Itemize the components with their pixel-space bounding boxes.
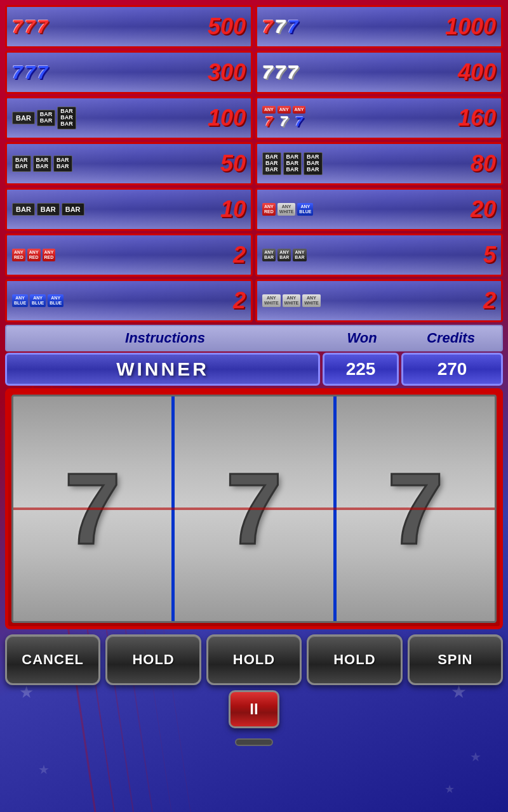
pay-row-4-left: BARBAR BARBAR BARBAR 50 bbox=[5, 142, 253, 185]
svg-text:★: ★ bbox=[470, 750, 481, 764]
bar-badge: BARBARBAR bbox=[283, 152, 302, 175]
symbol-7-blue: 7 bbox=[287, 16, 298, 37]
svg-text:★: ★ bbox=[38, 763, 50, 776]
any-badge: ANY bbox=[262, 106, 276, 114]
pay-symbols: BARBARBAR BARBARBAR BARBARBAR bbox=[262, 152, 323, 175]
pay-value: 2 bbox=[233, 242, 246, 268]
pay-value: 20 bbox=[471, 196, 496, 223]
paytable: 7 7 7 500 7 7 7 1000 7 7 7 300 bbox=[5, 5, 503, 322]
reels-container: 7 7 7 bbox=[11, 395, 497, 623]
winner-text: WINNER bbox=[116, 358, 209, 380]
pay-symbols: 7 7 7 bbox=[12, 16, 48, 37]
pay-row-3-right: ANY 7 ANY 7 ANY 7 160 bbox=[255, 96, 503, 140]
bar-badge: BAR bbox=[12, 112, 35, 124]
controls: CANCEL HOLD HOLD HOLD SPIN bbox=[5, 634, 503, 685]
payline bbox=[13, 508, 495, 510]
bar-badge: BARBARBAR bbox=[304, 152, 323, 175]
symbol-7-red: 7 bbox=[12, 16, 23, 37]
pay-symbols: ANYRED ANYRED ANYRED bbox=[12, 249, 55, 261]
svg-text:★: ★ bbox=[444, 783, 455, 796]
any-badge-bar: ANYBAR bbox=[293, 249, 306, 261]
spin-button[interactable]: SPIN bbox=[408, 634, 503, 685]
pause-button[interactable]: II bbox=[229, 690, 279, 728]
pay-symbols: 7 7 7 bbox=[262, 16, 298, 37]
pay-row-2-right: 7 7 7 400 bbox=[255, 51, 503, 94]
any-badge-bar: ANYBAR bbox=[262, 249, 276, 261]
symbol-7-blue: 7 bbox=[12, 62, 23, 83]
any-badge-red: ANYRED bbox=[262, 203, 276, 215]
bar-badge: BAR bbox=[37, 203, 60, 216]
pay-symbols: ANYRED ANYWHITE ANYBLUE bbox=[262, 203, 313, 215]
hold-button-2[interactable]: HOLD bbox=[206, 634, 302, 685]
pay-symbols: 7 7 7 bbox=[12, 62, 48, 83]
pay-value: 2 bbox=[483, 287, 496, 314]
slot-machine: 7 7 7 bbox=[5, 388, 503, 629]
symbol-7-blue: 7 bbox=[25, 62, 36, 83]
symbol-7-red: 7 bbox=[262, 16, 273, 37]
pay-row-6-right: ANYBAR ANYBAR ANYBAR 5 bbox=[255, 233, 503, 277]
pay-row-1-right: 7 7 7 1000 bbox=[255, 5, 503, 48]
bar-badge: BARBAR bbox=[37, 110, 56, 126]
pay-value: 160 bbox=[458, 105, 496, 131]
winner-display: WINNER bbox=[5, 353, 320, 386]
symbol-7-white: 7 bbox=[287, 62, 298, 83]
pay-symbols: 7 7 7 bbox=[262, 62, 298, 83]
any-badge-white: ANYWHITE bbox=[302, 294, 321, 306]
bar-badge: BARBAR bbox=[12, 155, 31, 172]
pay-value: 1000 bbox=[445, 13, 496, 40]
symbol-7-red: 7 bbox=[37, 16, 48, 37]
symbol-7-red: 7 bbox=[25, 16, 36, 37]
symbol-7: 7 bbox=[280, 114, 288, 129]
pay-symbols: BAR BARBAR BARBARBAR bbox=[12, 107, 76, 129]
pay-row-7-right: ANYWHITE ANYWHITE ANYWHITE 2 bbox=[255, 279, 503, 322]
symbol-7-white: 7 bbox=[275, 16, 286, 37]
any-badge-bar: ANYBAR bbox=[277, 249, 291, 261]
bar-badge: BARBAR bbox=[53, 155, 72, 172]
any-badge: ANY bbox=[293, 106, 306, 114]
pay-value: 400 bbox=[458, 59, 496, 86]
any-badge-white: ANYWHITE bbox=[262, 294, 281, 306]
pay-row-3-left: BAR BARBAR BARBARBAR 100 bbox=[5, 96, 253, 140]
symbol-7: 7 bbox=[295, 114, 303, 129]
pay-symbols: BARBAR BARBAR BARBAR bbox=[12, 155, 72, 172]
pay-row-5-right: ANYRED ANYWHITE ANYBLUE 20 bbox=[255, 188, 503, 231]
any-badge-blue: ANYBLUE bbox=[297, 203, 313, 215]
bar-badge: BARBAR bbox=[33, 155, 52, 172]
pay-value: 2 bbox=[233, 287, 246, 314]
pause-container: II bbox=[5, 690, 503, 728]
pay-row-1-left: 7 7 7 500 bbox=[5, 5, 253, 48]
symbol-7-white: 7 bbox=[275, 62, 286, 83]
pay-symbols: ANY 7 ANY 7 ANY 7 bbox=[262, 106, 305, 130]
hold-button-3[interactable]: HOLD bbox=[307, 634, 402, 685]
pay-symbols: BAR BAR BAR bbox=[12, 203, 84, 216]
pay-value: 50 bbox=[220, 150, 246, 177]
bottom-handle bbox=[235, 738, 273, 746]
pay-value: 100 bbox=[208, 105, 246, 131]
bar-badge: BARBARBAR bbox=[262, 152, 281, 175]
any-badge-red: ANYRED bbox=[43, 249, 56, 261]
any-badge-white: ANYWHITE bbox=[277, 203, 296, 215]
pay-row-7-left: ANYBLUE ANYBLUE ANYBLUE 2 bbox=[5, 279, 253, 322]
pay-value: 10 bbox=[220, 196, 246, 223]
any-badge-red: ANYRED bbox=[27, 249, 41, 261]
pay-row-2-left: 7 7 7 300 bbox=[5, 51, 253, 94]
bar-badge: BARBARBAR bbox=[57, 107, 76, 129]
pay-value: 80 bbox=[471, 150, 496, 177]
bottom-bar bbox=[5, 738, 503, 746]
any-badge-blue: ANYBLUE bbox=[30, 294, 46, 306]
pay-symbols: ANYBAR ANYBAR ANYBAR bbox=[262, 249, 307, 261]
won-label: Won bbox=[324, 330, 400, 346]
any-badge-white: ANYWHITE bbox=[283, 294, 301, 306]
won-value: 225 bbox=[323, 353, 399, 386]
pay-symbols: ANYBLUE ANYBLUE ANYBLUE bbox=[12, 294, 64, 306]
hold-button-1[interactable]: HOLD bbox=[105, 634, 201, 685]
any-badge-blue: ANYBLUE bbox=[48, 294, 64, 306]
pay-symbols: ANYWHITE ANYWHITE ANYWHITE bbox=[262, 294, 321, 306]
info-bar: Instructions Won Credits bbox=[5, 325, 503, 351]
pay-value: 500 bbox=[208, 13, 246, 40]
bar-badge: BAR bbox=[62, 203, 84, 216]
pay-row-6-left: ANYRED ANYRED ANYRED 2 bbox=[5, 233, 253, 277]
pay-value: 5 bbox=[483, 242, 496, 268]
cancel-button[interactable]: CANCEL bbox=[5, 634, 100, 685]
bar-badge: BAR bbox=[12, 203, 35, 216]
